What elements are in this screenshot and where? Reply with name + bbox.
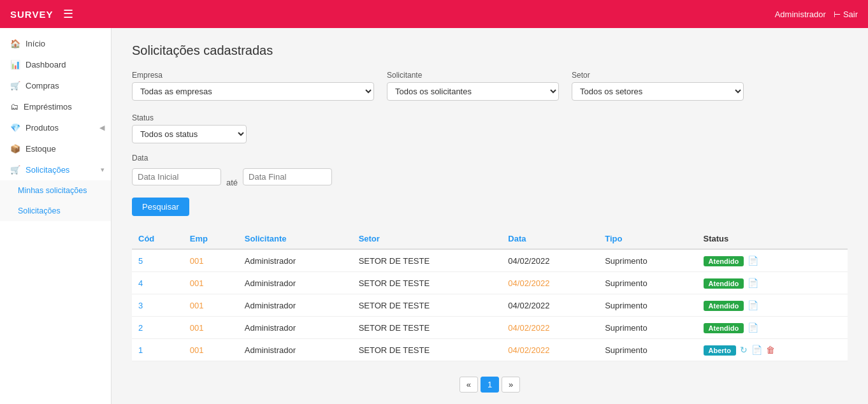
view-button[interactable]: 📄 (748, 256, 758, 266)
status-badge: Atendido (704, 256, 744, 266)
sidebar-item-solicitacoes[interactable]: 🛒 Solicitações ▾ (0, 159, 111, 180)
view-button[interactable]: 📄 (748, 278, 758, 288)
col-tipo: Tipo (598, 229, 697, 249)
col-setor: Setor (352, 229, 502, 249)
topnav: SURVEY ☰ Administrador ⊢ Sair (0, 0, 868, 28)
sidebar-item-minhas-solicitacoes[interactable]: Minhas solicitações (0, 180, 111, 201)
sidebar: 🏠 Início 📊 Dashboard 🛒 Compras 🗂 Emprést… (0, 28, 112, 404)
sidebar-item-solicitacoes-sub[interactable]: Solicitações (0, 201, 111, 221)
empresa-label: Empresa (132, 71, 374, 80)
status-badge: Atendido (704, 323, 744, 333)
empresa-filter-group: Empresa Todas as empresas (132, 71, 374, 101)
table-container: Cód Emp Solicitante Setor Data Tipo Stat… (132, 229, 848, 361)
cell-emp: 001 (184, 317, 238, 339)
search-button[interactable]: Pesquisar (132, 198, 189, 216)
cell-cod[interactable]: 1 (132, 339, 184, 361)
date-filter-row: Data até (132, 154, 848, 187)
table-header: Cód Emp Solicitante Setor Data Tipo Stat… (132, 229, 848, 249)
col-solicitante: Solicitante (238, 229, 352, 249)
status-badge: Atendido (704, 301, 744, 311)
logout-button[interactable]: ⊢ Sair (834, 10, 858, 19)
sidebar-label-minhas-solicitacoes: Minhas solicitações (18, 186, 87, 195)
cell-setor: SETOR DE TESTE (352, 294, 502, 317)
solicitante-select[interactable]: Todos os solicitantes (387, 82, 559, 101)
sidebar-label-compras: Compras (25, 81, 59, 90)
cell-tipo: Suprimento (598, 272, 697, 294)
table-row: 2001AdministradorSETOR DE TESTE04/02/202… (132, 317, 848, 339)
sidebar-label-estoque: Estoque (25, 144, 56, 154)
cell-solicitante: Administrador (238, 249, 352, 272)
cell-emp: 001 (184, 339, 238, 361)
cell-cod[interactable]: 3 (132, 294, 184, 317)
sidebar-item-inicio[interactable]: 🏠 Início (0, 33, 111, 54)
table-row: 5001AdministradorSETOR DE TESTE04/02/202… (132, 249, 848, 272)
cell-solicitante: Administrador (238, 317, 352, 339)
table-header-row: Cód Emp Solicitante Setor Data Tipo Stat… (132, 229, 848, 249)
hamburger-icon[interactable]: ☰ (63, 7, 73, 21)
page-1-button[interactable]: 1 (481, 377, 499, 393)
sidebar-item-estoque[interactable]: 📦 Estoque (0, 138, 111, 159)
sidebar-item-produtos[interactable]: 💎 Produtos ◀ (0, 117, 111, 138)
home-icon: 🏠 (10, 39, 20, 48)
solicitacoes-icon: 🛒 (10, 165, 20, 175)
cell-tipo: Suprimento (598, 317, 697, 339)
solicitacoes-table: Cód Emp Solicitante Setor Data Tipo Stat… (132, 229, 848, 361)
solicitacoes-arrow-icon: ▾ (101, 166, 105, 174)
produtos-arrow-icon: ◀ (99, 124, 105, 132)
page-prev-button[interactable]: « (459, 377, 478, 393)
solicitante-label: Solicitante (387, 71, 559, 80)
cell-data: 04/02/2022 (502, 317, 598, 339)
setor-label: Setor (572, 71, 744, 80)
delete-button[interactable]: 🗑 (766, 345, 775, 355)
cart-icon: 🛒 (10, 81, 20, 90)
page-next-button[interactable]: » (502, 377, 520, 393)
view-button[interactable]: 📄 (751, 345, 762, 355)
cell-cod[interactable]: 2 (132, 317, 184, 339)
col-emp: Emp (184, 229, 238, 249)
empresa-select[interactable]: Todas as empresas (132, 82, 374, 101)
topnav-username: Administrador (775, 10, 826, 19)
cell-tipo: Suprimento (598, 294, 697, 317)
sidebar-label-produtos: Produtos (25, 123, 59, 133)
date-start-input[interactable] (132, 168, 221, 185)
cell-emp: 001 (184, 249, 238, 272)
table-row: 1001AdministradorSETOR DE TESTE04/02/202… (132, 339, 848, 361)
sidebar-item-compras[interactable]: 🛒 Compras (0, 75, 111, 96)
status-select[interactable]: Todos os status (132, 125, 247, 143)
setor-select[interactable]: Todos os setores (572, 82, 744, 101)
cell-cod[interactable]: 5 (132, 249, 184, 272)
col-data: Data (502, 229, 598, 249)
status-filter-label: Status (132, 113, 247, 122)
cell-emp: 001 (184, 272, 238, 294)
sidebar-label-dashboard: Dashboard (25, 60, 66, 69)
cell-data: 04/02/2022 (502, 294, 598, 317)
table-body: 5001AdministradorSETOR DE TESTE04/02/202… (132, 249, 848, 361)
page-title: Solicitações cadastradas (132, 43, 848, 58)
cell-status: Atendido📄 (697, 294, 848, 317)
sidebar-label-solicitacoes: Solicitações (25, 165, 69, 175)
cell-status: Atendido📄 (697, 272, 848, 294)
sidebar-item-dashboard[interactable]: 📊 Dashboard (0, 54, 111, 75)
cell-cod[interactable]: 4 (132, 272, 184, 294)
setor-filter-group: Setor Todos os setores (572, 71, 744, 101)
cell-data: 04/02/2022 (502, 249, 598, 272)
date-end-input[interactable] (243, 168, 332, 185)
col-status: Status (697, 229, 848, 249)
dashboard-icon: 📊 (10, 60, 20, 69)
data-label: Data (132, 154, 848, 162)
topnav-right: Administrador ⊢ Sair (775, 10, 858, 19)
refresh-button[interactable]: ↻ (740, 345, 748, 355)
view-button[interactable]: 📄 (748, 300, 758, 310)
sidebar-item-emprestimos[interactable]: 🗂 Empréstimos (0, 96, 111, 117)
logout-icon: ⊢ (834, 10, 841, 19)
main-content: Solicitações cadastradas Empresa Todas a… (112, 28, 868, 404)
emprestimos-icon: 🗂 (10, 102, 18, 112)
cell-setor: SETOR DE TESTE (352, 272, 502, 294)
cell-solicitante: Administrador (238, 294, 352, 317)
status-filter-group: Status Todos os status (132, 113, 247, 143)
table-row: 4001AdministradorSETOR DE TESTE04/02/202… (132, 272, 848, 294)
date-inputs: até (132, 166, 848, 187)
view-button[interactable]: 📄 (748, 322, 758, 333)
cell-data: 04/02/2022 (502, 272, 598, 294)
cell-tipo: Suprimento (598, 249, 697, 272)
